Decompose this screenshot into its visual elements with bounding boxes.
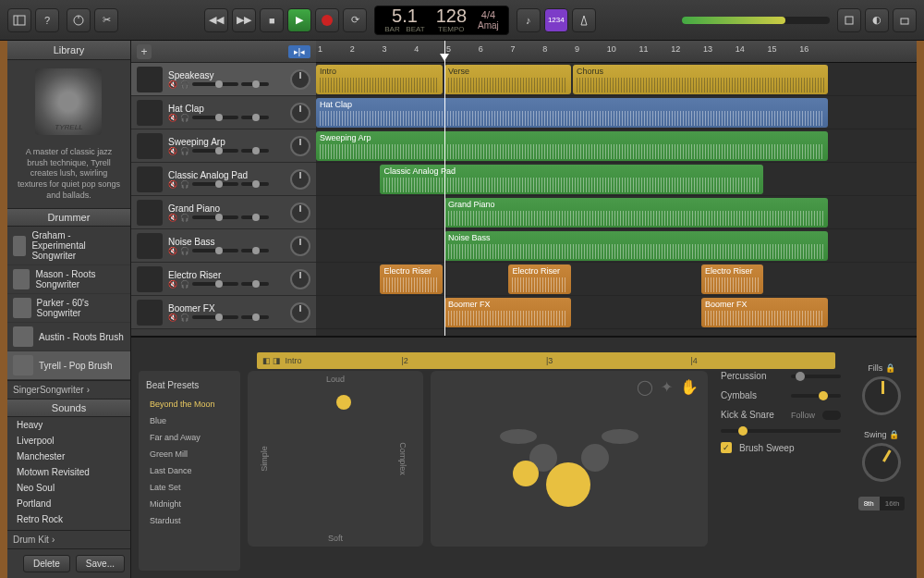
beat-preset-item[interactable]: Midnight [144,496,235,512]
kit-breadcrumb[interactable]: Drum Kit › [7,530,130,548]
media-browser-button[interactable] [893,8,917,32]
fills-knob[interactable] [862,376,901,415]
add-track-button[interactable]: + [137,44,152,59]
loop-browser-button[interactable]: ◐ [865,8,889,32]
beat-preset-item[interactable]: Stardust [144,512,235,529]
time-signature[interactable]: 4/4 [481,9,495,20]
forward-button[interactable]: ▶▶ [232,8,256,32]
percussion-slider[interactable] [791,375,841,378]
beat-preset-item[interactable]: Late Set [144,479,235,496]
brush-sweep-checkbox[interactable]: ✓ [721,442,732,453]
save-button[interactable]: Save... [76,555,125,572]
pan-slider[interactable] [241,116,269,119]
swing-knob[interactable] [855,436,907,488]
sound-item[interactable]: Portland [7,496,130,511]
track-header[interactable]: Sweeping Arp🔇🎧 [131,129,316,163]
pan-slider[interactable] [241,282,269,286]
tempo-value[interactable]: 128 [436,6,467,26]
pan-slider[interactable] [241,315,269,319]
region[interactable]: Grand Piano [444,198,828,228]
master-volume-slider[interactable] [682,17,830,24]
region[interactable]: Electro Riser [508,264,571,294]
hand-icon[interactable]: ✋ [680,378,699,396]
track-lane[interactable]: Electro RiserElectro RiserElectro Riser [316,263,917,296]
pan-slider[interactable] [241,249,269,252]
mute-button[interactable]: 🔇 [168,314,177,322]
track-lane[interactable]: Grand Piano [316,196,917,229]
sound-item[interactable]: Liverpool [7,433,130,449]
headphone-icon[interactable]: 🎧 [180,280,189,289]
sound-item[interactable]: Heavy [7,417,130,433]
track-lane[interactable]: IntroVerseChorus [316,63,917,96]
region[interactable]: Electro Riser [380,264,443,294]
track-header[interactable]: Classic Analog Pad🔇🎧 [131,163,316,196]
sound-item[interactable]: Manchester [7,449,130,464]
mute-button[interactable]: 🔇 [168,214,177,222]
pan-knob[interactable] [290,203,310,223]
beat-preset-item[interactable]: Last Dance [144,462,235,479]
pan-knob[interactable] [290,236,310,256]
editors-button[interactable]: ✂ [94,8,118,32]
region[interactable]: Verse [444,65,571,94]
pan-knob[interactable] [290,169,310,190]
region[interactable]: Sweeping Arp [316,131,828,161]
mute-button[interactable]: 🔇 [168,280,177,289]
headphone-icon[interactable]: 🎧 [180,180,189,189]
headphone-icon[interactable]: 🎧 [180,147,189,155]
drummer-item[interactable]: Graham - Experimental Songwriter [7,227,130,265]
beat-preset-item[interactable]: Blue [144,412,235,429]
smart-controls-button[interactable] [67,8,91,32]
pan-knob[interactable] [290,136,310,156]
cymbals-slider[interactable] [791,394,841,398]
mute-button[interactable]: 🔇 [168,147,177,155]
library-toggle-button[interactable] [7,8,31,32]
track-lane[interactable]: Hat Clap [316,96,917,129]
cycle-button[interactable]: ⟳ [343,8,367,32]
lock-icon[interactable]: 🔒 [889,430,899,439]
volume-slider[interactable] [192,116,238,119]
pan-knob[interactable] [290,269,310,289]
pan-knob[interactable] [290,69,310,90]
rewind-button[interactable]: ◀◀ [204,8,228,32]
beat-preset-item[interactable]: Far and Away [144,429,235,446]
drummer-item[interactable]: Mason - Roots Songwriter [7,265,130,294]
drum-kit-visual[interactable]: ◯ ✦ ✋ [431,371,708,547]
volume-slider[interactable] [192,149,238,153]
volume-slider[interactable] [192,315,238,319]
region[interactable]: Classic Analog Pad [380,165,763,194]
mute-button[interactable]: 🔇 [168,114,177,122]
count-in-button[interactable]: 1234 [544,8,568,32]
follow-toggle[interactable] [822,411,841,420]
region[interactable]: Boomer FX [444,298,571,327]
track-filter-button[interactable]: ▸|◂ [288,45,310,58]
arrange-area[interactable]: 12345678910111213141516 IntroVerseChorus… [316,41,917,336]
play-button[interactable]: ▶ [287,8,311,32]
track-header[interactable]: Speakeasy🔇🎧 [131,63,316,96]
drummer-item[interactable]: Austin - Roots Brush [7,323,130,351]
volume-slider[interactable] [192,282,238,286]
lock-icon[interactable]: 🔒 [885,363,895,373]
lcd-display[interactable]: 5.1BAR BEAT 128TEMPO 4/4Amaj [374,6,509,35]
track-header[interactable]: Hat Clap🔇🎧 [131,96,316,129]
region[interactable]: Boomer FX [701,298,828,327]
quick-help-button[interactable]: ? [35,8,59,32]
metronome-button[interactable] [572,8,596,32]
volume-slider[interactable] [192,215,238,219]
pan-slider[interactable] [241,82,269,86]
beat-preset-item[interactable]: Green Mill [144,446,235,462]
mute-button[interactable]: 🔇 [168,180,177,189]
pan-slider[interactable] [241,182,269,186]
headphone-icon[interactable]: 🎧 [180,80,189,89]
headphone-icon[interactable]: 🎧 [180,114,189,122]
region[interactable]: Chorus [573,65,828,94]
playhead[interactable] [444,41,445,336]
track-header[interactable]: Noise Bass🔇🎧 [131,229,316,263]
volume-slider[interactable] [192,249,238,252]
notepad-button[interactable] [837,8,861,32]
drummer-item[interactable]: Tyrell - Pop Brush [7,351,130,380]
pan-slider[interactable] [241,215,269,219]
mute-button[interactable]: 🔇 [168,80,177,89]
record-button[interactable] [315,8,339,32]
volume-slider[interactable] [192,182,238,186]
pan-slider[interactable] [241,149,269,153]
